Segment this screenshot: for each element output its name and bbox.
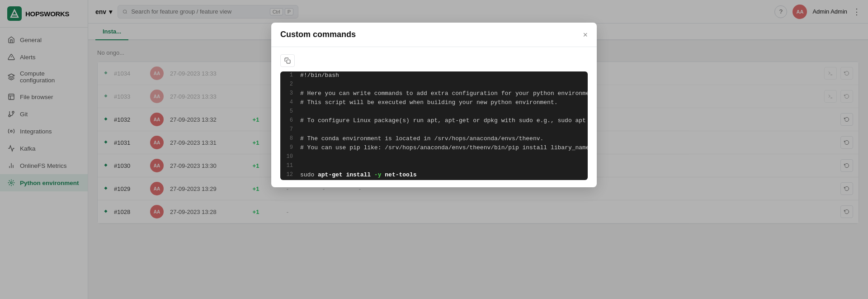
modal-close-button[interactable]: × [583, 31, 588, 39]
code-line-8: 8 # The conda environment is located in … [280, 135, 588, 144]
code-line-7: 7 [280, 126, 588, 135]
code-line-11: 11 [280, 162, 588, 171]
code-line-1: 1 #!/bin/bash [280, 71, 588, 81]
code-line-5: 5 [280, 108, 588, 117]
copy-icon [284, 57, 291, 64]
modal-header: Custom commands × [271, 23, 597, 47]
custom-commands-modal: Custom commands × 1 #!/bin/bash 2 3 # He… [271, 23, 597, 187]
modal-title: Custom commands [280, 30, 356, 39]
modal-body: 1 #!/bin/bash 2 3 # Here you can write c… [271, 47, 597, 187]
code-line-4: 4 # This script will be executed when bu… [280, 99, 588, 108]
code-line-9: 9 # You can use pip like: /srv/hops/anac… [280, 144, 588, 153]
code-editor[interactable]: 1 #!/bin/bash 2 3 # Here you can write c… [280, 71, 588, 180]
modal-overlay[interactable]: Custom commands × 1 #!/bin/bash 2 3 # He… [0, 0, 868, 299]
code-line-2: 2 [280, 81, 588, 90]
code-line-12: 12 sudo apt-get install -y net-tools [280, 171, 588, 180]
svg-rect-26 [287, 60, 290, 63]
code-line-6: 6 # To configure Linux package(s) run ap… [280, 117, 588, 126]
copy-button[interactable] [280, 54, 295, 67]
code-line-3: 3 # Here you can write commands to add e… [280, 90, 588, 99]
code-line-10: 10 [280, 153, 588, 162]
